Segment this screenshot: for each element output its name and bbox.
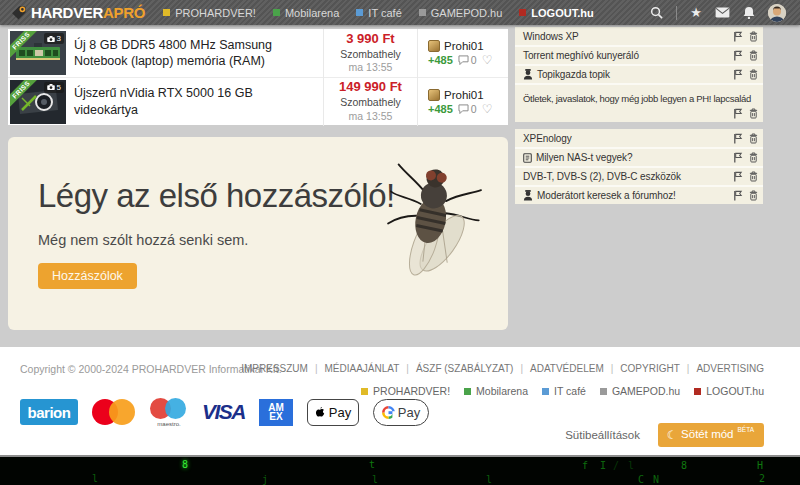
matrix-glyph: N xyxy=(653,474,659,485)
footer-link-impresszum[interactable]: IMPRESSZUM xyxy=(241,363,308,374)
flag-icon[interactable] xyxy=(733,152,743,163)
listing-price: 3 990 Ft xyxy=(324,31,417,48)
footer-brand-logout[interactable]: LOGOUT.hu xyxy=(694,385,764,397)
matrix-glyph: l xyxy=(92,473,98,484)
flag-icon[interactable] xyxy=(733,31,743,42)
search-icon[interactable] xyxy=(650,6,663,19)
listing-thumbnail-gpu[interactable]: FRISS 5 xyxy=(10,80,66,124)
listing-location: Szombathely xyxy=(324,96,417,110)
topic-row[interactable]: Moderátort keresek a fórumhoz! xyxy=(515,185,763,204)
trash-icon[interactable] xyxy=(749,171,758,182)
matrix-glyph: l xyxy=(486,474,492,485)
trash-icon[interactable] xyxy=(749,108,758,119)
comment-bubble-icon xyxy=(458,104,469,114)
visa-logo: VISA xyxy=(202,400,245,424)
seller-avatar xyxy=(428,40,440,52)
topic-row[interactable]: Ötletek, javaslatok, hogy még jobb legye… xyxy=(515,83,763,122)
nav-logout[interactable]: LOGOUT.hu xyxy=(519,7,593,19)
flag-icon[interactable] xyxy=(733,50,743,61)
trash-icon[interactable] xyxy=(749,31,758,42)
topic-row[interactable]: Windows XP xyxy=(515,27,763,45)
nav-prohardver[interactable]: PROHARDVER! xyxy=(163,7,256,19)
camera-icon xyxy=(47,36,55,42)
footer-link-mediaajanlat[interactable]: MÉDIAAJÁNLAT xyxy=(308,363,399,374)
seller-name[interactable]: Prohi01 xyxy=(444,89,484,101)
footer-brand-prohardver[interactable]: PROHARDVER! xyxy=(361,385,450,397)
topic-title[interactable]: XPEnology xyxy=(523,133,572,144)
footer-brand-mobilarena[interactable]: Mobilarena xyxy=(464,385,528,397)
topic-title[interactable]: Torrent meghívó kunyeráló xyxy=(523,50,639,61)
apple-pay-logo: Pay xyxy=(307,399,359,426)
cookie-settings-link[interactable]: Sütibeállítások xyxy=(565,429,640,441)
topics-sidebar: Windows XP Torrent meghívó kunyeráló Top… xyxy=(515,27,763,211)
listing-title[interactable]: Új 8 GB DDR5 4800 MHz Samsung Notebook (… xyxy=(74,37,323,70)
header-nav: PROHARDVER! Mobilarena IT café GAMEPOD.h… xyxy=(163,7,593,19)
prohardver-square-icon xyxy=(361,388,368,395)
topic-row[interactable]: Topikgazda topik xyxy=(515,64,763,83)
header-divider xyxy=(676,6,677,20)
flag-icon[interactable] xyxy=(733,108,743,119)
footer-brand-gamepod[interactable]: GAMEPOD.hu xyxy=(600,385,680,397)
site-logo-text: HARDVERAPRÓ xyxy=(31,4,145,21)
mobilarena-square-icon xyxy=(273,9,280,16)
seller-rating: +485 xyxy=(428,103,453,115)
topic-title[interactable]: Ötletek, javaslatok, hogy még jobb legye… xyxy=(523,93,751,104)
listing-time: ma 13:55 xyxy=(324,61,417,75)
comment-bubble-icon xyxy=(458,55,469,65)
listing-row[interactable]: FRISS 5 Újszerű nVidia RTX 5000 16 GB vi… xyxy=(8,77,508,125)
footer-link-adatvedelem[interactable]: ADATVÉDELEM xyxy=(513,363,603,374)
site-logo[interactable]: HARDVERAPRÓ xyxy=(10,4,145,21)
seller-name[interactable]: Prohi01 xyxy=(444,40,484,52)
topic-row[interactable]: Torrent meghívó kunyeráló xyxy=(515,45,763,64)
topic-row[interactable]: DVB-T, DVB-S (2), DVB-C eszközök xyxy=(515,166,763,185)
topic-title[interactable]: Topikgazda topik xyxy=(537,69,610,80)
footer-link-aszf[interactable]: ÁSZF (SZABÁLYZAT) xyxy=(399,363,513,374)
footer-link-advertising[interactable]: ADVERTISING xyxy=(680,363,764,374)
favorite-heart-icon[interactable]: ♡ xyxy=(482,103,493,115)
topic-title[interactable]: Milyen NAS-t vegyek? xyxy=(536,152,632,163)
topic-title[interactable]: Windows XP xyxy=(523,31,579,42)
flag-icon[interactable] xyxy=(733,133,743,144)
nav-itcafe[interactable]: IT café xyxy=(356,7,401,19)
trash-icon[interactable] xyxy=(749,69,758,80)
messages-mail-icon[interactable] xyxy=(715,7,730,18)
flag-icon[interactable] xyxy=(733,171,743,182)
dark-mode-button[interactable]: ☾ Sötét mód BÉTA xyxy=(658,423,764,447)
listing-title[interactable]: Újszerű nVidia RTX 5000 16 GB videokárty… xyxy=(74,85,323,118)
page-background: FRISS 3 Új 8 GB DDR5 4800 MHz Samsung No… xyxy=(0,25,800,455)
matrix-glyph: 8 xyxy=(182,459,188,470)
photo-count-badge: 3 xyxy=(44,33,64,44)
topic-row[interactable]: XPEnology xyxy=(515,129,763,147)
nav-mobilarena[interactable]: Mobilarena xyxy=(273,7,339,19)
listing-row[interactable]: FRISS 3 Új 8 GB DDR5 4800 MHz Samsung No… xyxy=(8,29,508,77)
topic-title[interactable]: DVB-T, DVB-S (2), DVB-C eszközök xyxy=(523,171,681,182)
comments-count[interactable]: 0 xyxy=(458,103,477,115)
topic-row[interactable]: Milyen NAS-t vegyek? xyxy=(515,147,763,166)
footer-link-copyright[interactable]: COPYRIGHT xyxy=(604,363,680,374)
nav-gamepod[interactable]: GAMEPOD.hu xyxy=(419,7,503,19)
flag-icon[interactable] xyxy=(733,69,743,80)
google-g-icon xyxy=(382,406,395,419)
apple-icon xyxy=(315,406,326,419)
comments-count[interactable]: 0 xyxy=(458,54,477,66)
favorite-heart-icon[interactable]: ♡ xyxy=(482,54,493,66)
user-avatar[interactable] xyxy=(768,4,786,22)
trash-icon[interactable] xyxy=(749,133,758,144)
trash-icon[interactable] xyxy=(749,50,758,61)
flag-icon[interactable] xyxy=(733,190,743,201)
payment-logos: barion maestro. VISA AMEX Pay Pay xyxy=(20,397,429,427)
footer-brand-itcafe[interactable]: IT café xyxy=(542,385,586,397)
trash-icon[interactable] xyxy=(749,152,758,163)
gamepod-square-icon xyxy=(419,9,426,16)
site-header: HARDVERAPRÓ PROHARDVER! Mobilarena IT ca… xyxy=(0,0,800,25)
favorites-star-icon[interactable]: ★ xyxy=(690,6,702,19)
footer-links: IMPRESSZUM MÉDIAAJÁNLAT ÁSZF (SZABÁLYZAT… xyxy=(241,363,764,374)
topic-title[interactable]: Moderátort keresek a fórumhoz! xyxy=(537,190,676,201)
listing-thumbnail-ram[interactable]: FRISS 3 xyxy=(10,31,66,75)
trash-icon[interactable] xyxy=(749,190,758,201)
barion-logo: barion xyxy=(20,399,78,425)
itcafe-square-icon xyxy=(542,388,549,395)
comment-button[interactable]: Hozzászólok xyxy=(38,263,137,289)
gamepod-square-icon xyxy=(600,388,607,395)
notifications-bell-icon[interactable] xyxy=(743,6,755,19)
